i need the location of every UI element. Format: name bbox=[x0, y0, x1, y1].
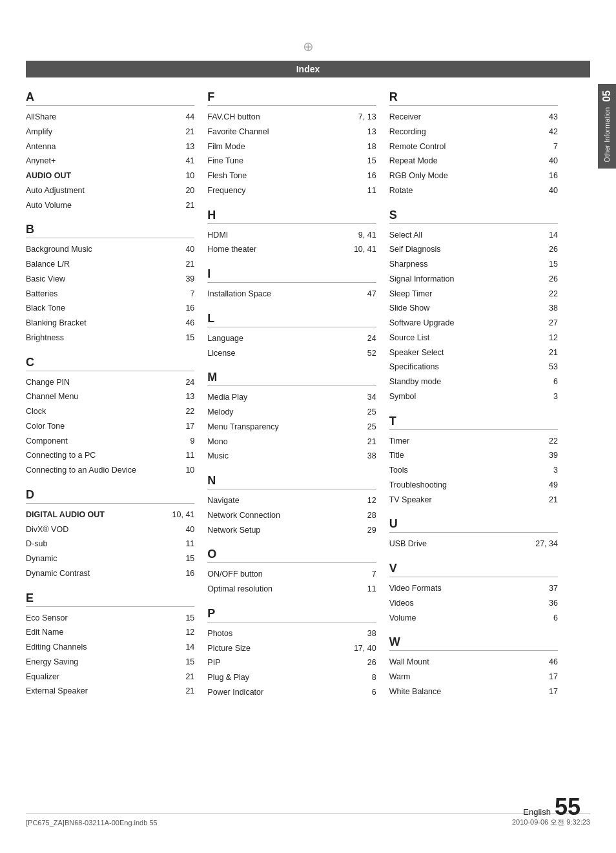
index-entry: Repeat Mode40 bbox=[389, 154, 558, 169]
index-entry: Network Setup29 bbox=[207, 523, 376, 538]
index-entry: Anynet+41 bbox=[26, 154, 194, 169]
index-entry: DivX® VOD40 bbox=[26, 522, 194, 537]
index-entry: Amplify21 bbox=[26, 125, 194, 139]
index-entry: Signal Information26 bbox=[389, 272, 558, 287]
entry-name: Batteries bbox=[26, 288, 162, 300]
index-entry: Home theater10, 41 bbox=[207, 242, 376, 257]
entry-page: 7 bbox=[526, 141, 558, 153]
entry-name: Warm bbox=[389, 671, 526, 683]
entry-page: 25 bbox=[344, 421, 376, 433]
entry-name: Flesh Tone bbox=[207, 170, 344, 182]
section-letter-D: D bbox=[26, 488, 194, 504]
entry-page: 21 bbox=[344, 436, 376, 448]
entry-page: 22 bbox=[526, 435, 558, 447]
entry-name: Videos bbox=[389, 597, 526, 610]
entry-page: 28 bbox=[344, 509, 376, 522]
entry-page: 13 bbox=[344, 126, 376, 138]
index-entry: Eco Sensor15 bbox=[26, 611, 194, 626]
entry-name: Symbol bbox=[389, 391, 526, 403]
index-entry: Flesh Tone16 bbox=[207, 169, 376, 183]
crosshair-icon: ⊕ bbox=[303, 39, 314, 54]
entry-name: PIP bbox=[207, 657, 344, 669]
entry-page: 6 bbox=[344, 686, 376, 699]
entry-name: Frequency bbox=[207, 185, 344, 197]
entry-page: 26 bbox=[526, 243, 558, 256]
entry-name: Plug & Play bbox=[207, 672, 344, 684]
index-entry: Component9 bbox=[26, 434, 194, 449]
entry-name: RGB Only Mode bbox=[389, 170, 526, 182]
index-entry: Recording42 bbox=[389, 125, 558, 139]
entry-page: 9 bbox=[162, 435, 194, 447]
index-entry: Warm17 bbox=[389, 670, 558, 684]
index-entry: USB Drive27, 34 bbox=[389, 537, 558, 551]
index-entry: Edit Name12 bbox=[26, 625, 194, 640]
index-entry: Troubleshooting49 bbox=[389, 478, 558, 493]
entry-page: 15 bbox=[162, 553, 194, 565]
index-entry: License52 bbox=[207, 346, 376, 361]
entry-name: ON/OFF button bbox=[207, 568, 344, 581]
entry-page: 22 bbox=[162, 406, 194, 418]
entry-page: 16 bbox=[162, 302, 194, 314]
section-letter-P: P bbox=[207, 607, 376, 622]
section-letter-S: S bbox=[389, 209, 558, 224]
entry-page: 41 bbox=[162, 155, 194, 167]
entry-name: Amplify bbox=[26, 126, 162, 138]
entry-name: Dynamic Contrast bbox=[26, 568, 162, 580]
entry-name: Video Formats bbox=[389, 582, 526, 595]
entry-page: 38 bbox=[526, 302, 558, 314]
index-entry: RGB Only Mode16 bbox=[389, 169, 558, 183]
entry-page: 22 bbox=[526, 288, 558, 300]
entry-page: 38 bbox=[344, 628, 376, 640]
entry-page: 17 bbox=[526, 671, 558, 683]
entry-name: Optimal resolution bbox=[207, 583, 344, 595]
entry-name: Auto Volume bbox=[26, 200, 162, 212]
entry-name: Channel Menu bbox=[26, 391, 162, 403]
index-entry: Optimal resolution11 bbox=[207, 582, 376, 597]
english-label: English bbox=[523, 807, 551, 817]
index-entry: Network Connection28 bbox=[207, 508, 376, 523]
index-entry: Select All14 bbox=[389, 228, 558, 243]
entry-page: 24 bbox=[162, 376, 194, 389]
entry-name: AUDIO OUT bbox=[26, 170, 162, 182]
index-entry: FAV.CH button7, 13 bbox=[207, 110, 376, 125]
index-entry: Melody25 bbox=[207, 405, 376, 420]
entry-name: Fine Tune bbox=[207, 155, 344, 167]
index-entry: HDMI9, 41 bbox=[207, 228, 376, 243]
index-entry: Videos36 bbox=[389, 596, 558, 611]
entry-name: Standby mode bbox=[389, 376, 526, 388]
entry-page: 16 bbox=[526, 170, 558, 182]
entry-name: Clock bbox=[26, 406, 162, 418]
entry-page: 36 bbox=[526, 597, 558, 610]
entry-name: Home theater bbox=[207, 243, 344, 256]
entry-page: 39 bbox=[526, 449, 558, 462]
section-letter-V: V bbox=[389, 562, 558, 577]
entry-page: 21 bbox=[162, 126, 194, 138]
index-entry: Wall Mount46 bbox=[389, 655, 558, 670]
entry-page: 26 bbox=[526, 273, 558, 285]
entry-page: 10, 41 bbox=[162, 509, 194, 521]
index-entry: Auto Volume21 bbox=[26, 198, 194, 213]
index-entry: ON/OFF button7 bbox=[207, 567, 376, 582]
index-entry: TV Speaker21 bbox=[389, 493, 558, 508]
entry-page: 7 bbox=[344, 568, 376, 581]
index-entry: AllShare44 bbox=[26, 110, 194, 125]
entry-page: 13 bbox=[162, 141, 194, 153]
entry-name: Mono bbox=[207, 436, 344, 448]
entry-page: 10 bbox=[162, 464, 194, 477]
entry-name: USB Drive bbox=[389, 538, 526, 550]
entry-page: 17 bbox=[526, 686, 558, 698]
index-entry: Equalizer21 bbox=[26, 670, 194, 684]
entry-name: Eco Sensor bbox=[26, 612, 162, 624]
entry-page: 40 bbox=[162, 524, 194, 536]
index-entry: Title39 bbox=[389, 448, 558, 463]
entry-name: Signal Information bbox=[389, 273, 526, 285]
entry-name: Media Play bbox=[207, 391, 344, 404]
section-letter-M: M bbox=[207, 371, 376, 386]
index-entry: Black Tone16 bbox=[26, 301, 194, 316]
entry-name: Brightness bbox=[26, 332, 162, 344]
side-tab-text: Other Information bbox=[603, 107, 611, 163]
section-letter-N: N bbox=[207, 474, 376, 489]
entry-name: Change PIN bbox=[26, 376, 162, 389]
index-entry: Brightness15 bbox=[26, 331, 194, 345]
index-entry: Navigate12 bbox=[207, 493, 376, 508]
